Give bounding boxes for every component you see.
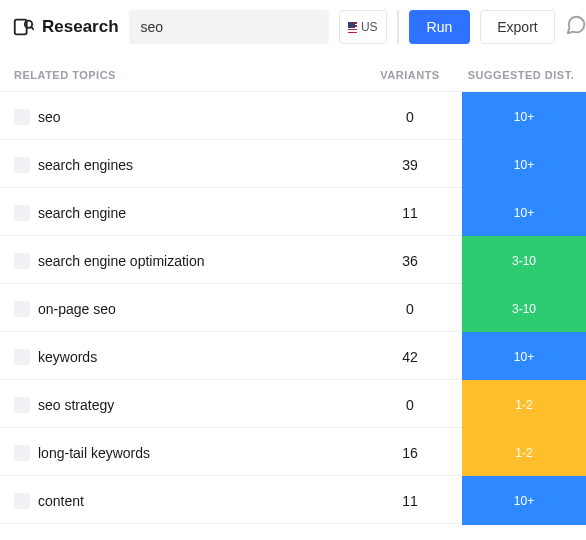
suggested-dist-badge: 10+ <box>462 188 586 237</box>
region-label: US <box>361 20 378 34</box>
variants-value: 39 <box>358 157 462 173</box>
row-checkbox[interactable] <box>14 493 30 509</box>
region-select[interactable]: US <box>339 10 387 44</box>
topic-label[interactable]: long-tail keywords <box>38 445 358 461</box>
variants-value: 36 <box>358 253 462 269</box>
suggested-dist-badge: 10+ <box>462 476 586 525</box>
suggested-dist-badge: 10+ <box>462 140 586 189</box>
row-checkbox[interactable] <box>14 397 30 413</box>
suggested-dist-badge: 1-2 <box>462 428 586 477</box>
topic-label[interactable]: seo <box>38 109 358 125</box>
table-row: seo010+ <box>0 91 586 140</box>
variants-value: 0 <box>358 397 462 413</box>
suggested-dist-badge: 3-10 <box>462 284 586 333</box>
suggested-dist-badge: 10+ <box>462 332 586 381</box>
top-bar: Research US Run Export <box>0 0 586 58</box>
table-row: search engines3910+ <box>0 139 586 188</box>
row-checkbox[interactable] <box>14 349 30 365</box>
suggested-dist-badge: 1-2 <box>462 380 586 429</box>
chat-icon[interactable] <box>565 14 586 40</box>
topic-label[interactable]: search engine <box>38 205 358 221</box>
variants-value: 11 <box>358 205 462 221</box>
topic-label[interactable]: content <box>38 493 358 509</box>
row-checkbox[interactable] <box>14 253 30 269</box>
topic-label[interactable]: keywords <box>38 349 358 365</box>
topic-label[interactable]: search engine optimization <box>38 253 358 269</box>
col-related-topics: Related Topics <box>0 69 358 81</box>
export-button[interactable]: Export <box>480 10 554 44</box>
topic-label[interactable]: on-page seo <box>38 301 358 317</box>
title-wrap: Research <box>12 16 119 38</box>
variants-value: 42 <box>358 349 462 365</box>
row-checkbox[interactable] <box>14 445 30 461</box>
table-header: Related Topics Variants Suggested Dist. <box>0 58 586 92</box>
row-checkbox[interactable] <box>14 205 30 221</box>
row-checkbox[interactable] <box>14 301 30 317</box>
row-checkbox[interactable] <box>14 157 30 173</box>
table-body: seo010+search engines3910+search engine1… <box>0 91 586 524</box>
variants-value: 0 <box>358 109 462 125</box>
table-row: keywords4210+ <box>0 331 586 380</box>
suggested-dist-badge: 3-10 <box>462 236 586 285</box>
variants-value: 16 <box>358 445 462 461</box>
topic-label[interactable]: seo strategy <box>38 397 358 413</box>
filter-button[interactable] <box>397 10 399 44</box>
suggested-dist-badge: 10+ <box>462 92 586 141</box>
table-row: seo strategy01-2 <box>0 379 586 428</box>
page-title: Research <box>42 17 119 37</box>
variants-value: 0 <box>358 301 462 317</box>
svg-line-2 <box>31 27 33 29</box>
us-flag-icon <box>348 22 357 33</box>
table-row: content1110+ <box>0 475 586 524</box>
row-checkbox[interactable] <box>14 109 30 125</box>
table-row: search engine optimization363-10 <box>0 235 586 284</box>
table-row: on-page seo03-10 <box>0 283 586 332</box>
table-row: search engine1110+ <box>0 187 586 236</box>
variants-value: 11 <box>358 493 462 509</box>
col-variants: Variants <box>358 69 462 81</box>
topics-table: Related Topics Variants Suggested Dist. … <box>0 58 586 524</box>
research-icon <box>12 16 34 38</box>
run-button[interactable]: Run <box>409 10 471 44</box>
col-suggested-dist: Suggested Dist. <box>462 69 586 81</box>
table-row: long-tail keywords161-2 <box>0 427 586 476</box>
topic-label[interactable]: search engines <box>38 157 358 173</box>
search-input[interactable] <box>129 10 329 44</box>
